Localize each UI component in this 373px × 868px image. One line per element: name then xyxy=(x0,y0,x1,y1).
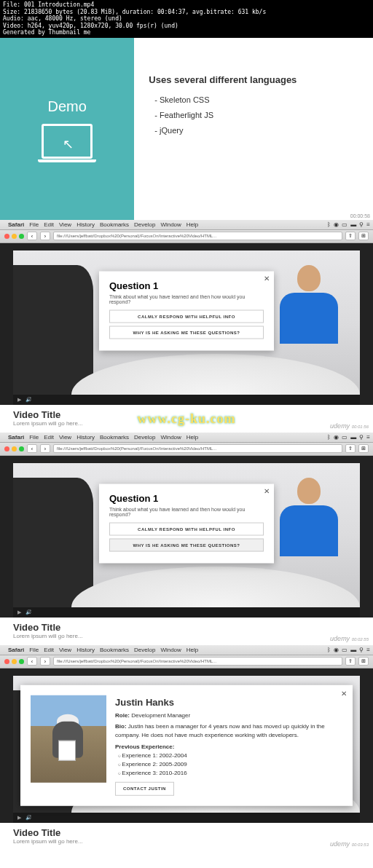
maximize-button[interactable] xyxy=(19,234,24,239)
minimize-button[interactable] xyxy=(12,446,17,451)
answer-button-2[interactable]: WHY IS HE ASKING ME THESE QUESTIONS? xyxy=(109,326,264,339)
window-controls[interactable] xyxy=(4,446,24,451)
menu-bookmarks[interactable]: Bookmarks xyxy=(100,221,129,228)
mac-menubar[interactable]: Safari File Edit View History Bookmarks … xyxy=(0,645,373,655)
menu-window[interactable]: Window xyxy=(160,434,181,441)
menu-help[interactable]: Help xyxy=(186,647,198,653)
menu-edit[interactable]: Edit xyxy=(44,434,54,441)
url-bar[interactable]: file:///Users/jeffbatt/Dropbox%20(Person… xyxy=(53,232,342,240)
window-controls[interactable] xyxy=(4,234,24,239)
close-button[interactable] xyxy=(4,446,9,451)
tabs-button[interactable]: ⊞ xyxy=(358,657,369,666)
url-bar[interactable]: file:///Users/jeffbatt/Dropbox%20(Person… xyxy=(53,657,342,666)
menu-icon[interactable]: ≡ xyxy=(366,221,370,228)
bt-icon[interactable]: ᛒ xyxy=(327,647,331,653)
video-area: ▶ 🔊 ✕ Justin Hanks Role: Development Man… xyxy=(0,668,373,823)
wifi-icon[interactable]: ◉ xyxy=(334,647,339,653)
menu-history[interactable]: History xyxy=(76,221,95,228)
menu-develop[interactable]: Develop xyxy=(134,647,155,653)
volume-icon[interactable]: 🔊 xyxy=(25,815,32,821)
tabs-button[interactable]: ⊞ xyxy=(358,232,369,240)
bt-icon[interactable]: ᛒ xyxy=(327,434,331,441)
play-icon[interactable]: ▶ xyxy=(17,397,21,403)
video-controls[interactable]: ▶ 🔊 xyxy=(13,607,360,618)
minimize-button[interactable] xyxy=(12,234,17,239)
menu-view[interactable]: View xyxy=(59,221,71,228)
volume-icon[interactable]: 🔊 xyxy=(25,609,32,615)
video-controls[interactable]: ▶ 🔊 xyxy=(13,395,360,405)
contact-button[interactable]: CONTACT JUSTIN xyxy=(115,782,174,796)
display-icon[interactable]: ▭ xyxy=(342,434,348,441)
menu-icon[interactable]: ≡ xyxy=(366,647,370,653)
wifi-icon[interactable]: ◉ xyxy=(334,434,339,441)
menu-help[interactable]: Help xyxy=(186,221,198,228)
mac-menubar[interactable]: Safari File Edit View History Bookmarks … xyxy=(0,220,373,230)
share-button[interactable]: ⇧ xyxy=(345,232,356,240)
app-name[interactable]: Safari xyxy=(8,221,24,228)
app-name[interactable]: Safari xyxy=(8,647,24,653)
minimize-button[interactable] xyxy=(12,659,17,664)
display-icon[interactable]: ▭ xyxy=(342,221,348,228)
menu-icon[interactable]: ≡ xyxy=(366,434,370,441)
video-controls[interactable]: ▶ 🔊 xyxy=(13,813,360,823)
menu-history[interactable]: History xyxy=(76,434,95,441)
menu-window[interactable]: Window xyxy=(160,221,181,228)
menu-edit[interactable]: Edit xyxy=(44,647,54,653)
maximize-button[interactable] xyxy=(19,446,24,451)
back-button[interactable]: ‹ xyxy=(27,444,37,453)
menu-bookmarks[interactable]: Bookmarks xyxy=(100,647,129,653)
exp-item: Experience 1: 2002-2004 xyxy=(118,751,342,760)
search-icon[interactable]: ⚲ xyxy=(359,434,364,441)
menu-file[interactable]: File xyxy=(29,647,39,653)
share-button[interactable]: ⇧ xyxy=(345,657,356,666)
menu-edit[interactable]: Edit xyxy=(44,221,54,228)
forward-button[interactable]: › xyxy=(40,657,50,666)
answer-button-1[interactable]: CALMLY RESPOND WITH HELPFUL INFO xyxy=(109,523,264,536)
answer-button-2[interactable]: WHY IS HE ASKING ME THESE QUESTIONS? xyxy=(109,539,264,552)
back-button[interactable]: ‹ xyxy=(27,657,37,666)
url-bar[interactable]: file:///Users/jeffbatt/Dropbox%20(Person… xyxy=(53,444,342,453)
play-icon[interactable]: ▶ xyxy=(17,609,21,615)
menu-view[interactable]: View xyxy=(59,434,71,441)
display-icon[interactable]: ▭ xyxy=(342,647,348,653)
menu-history[interactable]: History xyxy=(76,647,95,653)
mac-menubar[interactable]: Safari File Edit View History Bookmarks … xyxy=(0,433,373,443)
search-icon[interactable]: ⚲ xyxy=(359,221,364,228)
bt-icon[interactable]: ᛒ xyxy=(327,221,331,228)
battery-icon[interactable]: ▬ xyxy=(350,221,356,228)
wifi-icon[interactable]: ◉ xyxy=(334,221,339,228)
window-controls[interactable] xyxy=(4,659,24,664)
play-icon[interactable]: ▶ xyxy=(17,815,21,821)
menu-file[interactable]: File xyxy=(29,221,39,228)
close-button[interactable] xyxy=(4,659,9,664)
back-button[interactable]: ‹ xyxy=(27,232,37,240)
app-name[interactable]: Safari xyxy=(8,434,24,441)
share-button[interactable]: ⇧ xyxy=(345,444,356,453)
menu-develop[interactable]: Develop xyxy=(134,434,155,441)
maximize-button[interactable] xyxy=(19,659,24,664)
menu-help[interactable]: Help xyxy=(186,434,198,441)
close-icon[interactable]: ✕ xyxy=(341,690,347,698)
forward-button[interactable]: › xyxy=(40,232,50,240)
prev-exp-label: Previous Experience: xyxy=(115,743,174,750)
close-icon[interactable]: ✕ xyxy=(264,487,270,495)
video-player[interactable]: ✕ Question 1 Think about what you have l… xyxy=(13,463,360,607)
volume-icon[interactable]: 🔊 xyxy=(25,397,32,403)
battery-icon[interactable]: ▬ xyxy=(350,434,356,441)
slide-right-panel: Uses several different languages - Skele… xyxy=(134,38,373,220)
search-icon[interactable]: ⚲ xyxy=(359,647,364,653)
video-player[interactable]: ✕ Question 1 Think about what you have l… xyxy=(13,250,360,395)
menu-view[interactable]: View xyxy=(59,647,71,653)
menu-develop[interactable]: Develop xyxy=(134,221,155,228)
battery-icon[interactable]: ▬ xyxy=(350,647,356,653)
forward-button[interactable]: › xyxy=(40,444,50,453)
menu-file[interactable]: File xyxy=(29,434,39,441)
watermark: www.cg-ku.com xyxy=(138,411,236,426)
list-item: - jQuery xyxy=(154,123,358,138)
close-button[interactable] xyxy=(4,234,9,239)
menu-window[interactable]: Window xyxy=(160,647,181,653)
tabs-button[interactable]: ⊞ xyxy=(358,444,369,453)
answer-button-1[interactable]: CALMLY RESPOND WITH HELPFUL INFO xyxy=(109,310,264,323)
close-icon[interactable]: ✕ xyxy=(264,275,270,283)
menu-bookmarks[interactable]: Bookmarks xyxy=(100,434,129,441)
